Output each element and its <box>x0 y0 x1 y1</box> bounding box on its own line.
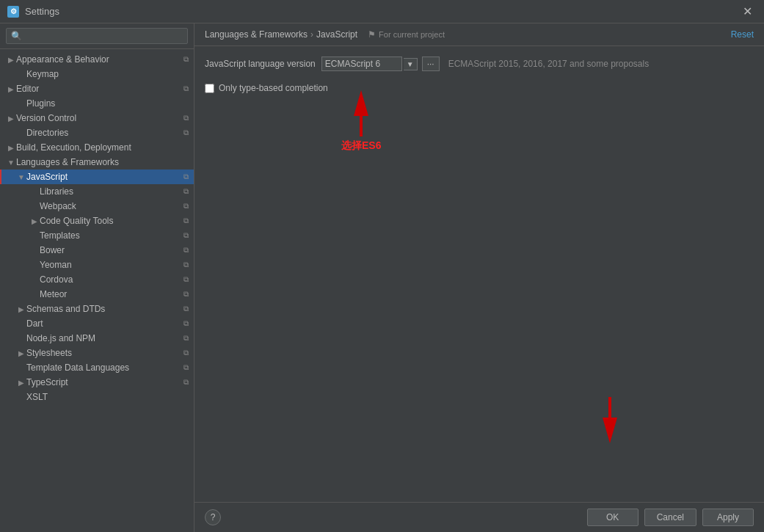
copy-icon: ⧉ <box>179 275 192 284</box>
window-title: Settings <box>25 6 59 17</box>
expand-arrow: ▶ <box>6 114 16 123</box>
sidebar-item-dart[interactable]: Dart ⧉ <box>0 316 194 331</box>
cancel-button[interactable]: Cancel <box>644 509 696 526</box>
reset-link[interactable]: Reset <box>731 29 754 40</box>
sidebar-item-yeoman[interactable]: Yeoman ⧉ <box>0 258 194 272</box>
sidebar-item-label: Libraries <box>40 186 179 197</box>
sidebar-item-libraries[interactable]: Libraries ⧉ <box>0 184 194 199</box>
sidebar-item-label: Version Control <box>16 113 179 123</box>
expand-arrow: ▼ <box>16 173 26 181</box>
type-completion-checkbox[interactable] <box>205 84 214 93</box>
sidebar-item-label: Build, Execution, Deployment <box>16 142 194 153</box>
ok-button[interactable]: OK <box>587 509 639 526</box>
sidebar: ▶ Appearance & Behavior ⧉ Keymap ▶ Edito… <box>0 23 194 532</box>
apply-button[interactable]: Apply <box>702 509 754 526</box>
breadcrumb-part1: Languages & Frameworks <box>205 29 308 40</box>
copy-icon: ⧉ <box>179 319 192 328</box>
type-completion-label[interactable]: Only type-based completion <box>219 83 328 93</box>
sidebar-tree: ▶ Appearance & Behavior ⧉ Keymap ▶ Edito… <box>0 49 194 532</box>
sidebar-item-label: Templates <box>40 230 179 241</box>
copy-icon: ⧉ <box>179 172 192 181</box>
version-description: ECMAScript 2015, 2016, 2017 and some pro… <box>448 59 650 69</box>
copy-icon: ⧉ <box>179 363 192 372</box>
sidebar-item-label: Directories <box>26 128 179 138</box>
sidebar-item-bower[interactable]: Bower ⧉ <box>0 243 194 258</box>
sidebar-item-label: TypeScript <box>26 377 179 387</box>
search-input[interactable] <box>6 28 188 44</box>
expand-arrow: ▶ <box>6 144 16 152</box>
sidebar-item-code-quality-tools[interactable]: ▶ Code Quality Tools ⧉ <box>0 214 194 228</box>
copy-icon: ⧉ <box>179 334 192 343</box>
version-label: JavaScript language version <box>205 59 316 69</box>
copy-icon: ⧉ <box>179 84 192 93</box>
copy-icon: ⧉ <box>179 378 192 387</box>
sidebar-item-editor[interactable]: ▶ Editor ⧉ <box>0 81 194 96</box>
version-row: JavaScript language version ECMAScript 6… <box>205 57 754 71</box>
sidebar-item-schemas-dtds[interactable]: ▶ Schemas and DTDs ⧉ <box>0 302 194 316</box>
sidebar-item-javascript[interactable]: ▼ JavaScript ⧉ <box>0 170 194 184</box>
sidebar-item-stylesheets[interactable]: ▶ Stylesheets ⧉ <box>0 346 194 360</box>
sidebar-item-label: Webpack <box>40 201 179 211</box>
title-bar: ⚙ Settings ✕ <box>0 0 764 23</box>
close-button[interactable]: ✕ <box>738 3 757 20</box>
arrow-down-head <box>603 418 617 443</box>
search-box <box>0 23 194 49</box>
sidebar-item-build[interactable]: ▶ Build, Execution, Deployment <box>0 140 194 155</box>
sidebar-item-label: Node.js and NPM <box>26 333 179 343</box>
sidebar-item-keymap[interactable]: Keymap <box>0 67 194 81</box>
copy-icon: ⧉ <box>179 202 192 211</box>
expand-arrow: ▼ <box>6 158 16 167</box>
content-body: JavaScript language version ECMAScript 6… <box>194 46 764 502</box>
sidebar-item-meteor[interactable]: Meteor ⧉ <box>0 287 194 302</box>
sidebar-item-xslt[interactable]: XSLT <box>0 390 194 404</box>
breadcrumb: Languages & Frameworks › JavaScript ⚑ Fo… <box>205 29 445 40</box>
sidebar-item-typescript[interactable]: ▶ TypeScript ⧉ <box>0 375 194 390</box>
sidebar-item-label: XSLT <box>26 392 194 402</box>
sidebar-item-languages[interactable]: ▼ Languages & Frameworks <box>0 155 194 170</box>
content-area: Languages & Frameworks › JavaScript ⚑ Fo… <box>194 23 764 532</box>
settings-copy-icon: ⧉ <box>179 55 192 64</box>
version-dots-button[interactable]: ··· <box>422 57 440 71</box>
sidebar-item-appearance[interactable]: ▶ Appearance & Behavior ⧉ <box>0 52 194 67</box>
sidebar-item-label: Keymap <box>26 69 194 79</box>
annotation-up: 选择ES6 <box>341 90 381 153</box>
version-select-wrap: ECMAScript 6 ECMAScript 5 ECMAScript 5.1… <box>321 57 440 71</box>
sidebar-item-nodejs-npm[interactable]: Node.js and NPM ⧉ <box>0 331 194 346</box>
sidebar-item-templates[interactable]: Templates ⧉ <box>0 228 194 243</box>
sidebar-item-plugins[interactable]: Plugins <box>0 96 194 111</box>
copy-icon: ⧉ <box>179 216 192 225</box>
sidebar-item-label: Code Quality Tools <box>40 216 179 226</box>
sidebar-item-template-data[interactable]: Template Data Languages ⧉ <box>0 360 194 375</box>
version-select[interactable]: ECMAScript 6 ECMAScript 5 ECMAScript 5.1 <box>321 57 402 71</box>
expand-arrow: ▶ <box>16 305 26 313</box>
annotation-down <box>603 397 617 443</box>
copy-icon: ⧉ <box>179 260 192 269</box>
annotation-text: 选择ES6 <box>341 139 381 153</box>
sidebar-item-label: Schemas and DTDs <box>26 304 179 314</box>
project-scope-icon: ⚑ <box>368 29 376 40</box>
arrow-up-shaft <box>360 116 363 136</box>
expand-arrow: ▶ <box>6 85 16 93</box>
version-dropdown-button[interactable]: ▼ <box>404 58 418 70</box>
settings-icon: ⚙ <box>7 6 19 18</box>
title-bar-left: ⚙ Settings <box>7 6 59 18</box>
footer: ? OK Cancel Apply <box>194 502 764 532</box>
sidebar-item-webpack[interactable]: Webpack ⧉ <box>0 199 194 214</box>
copy-icon: ⧉ <box>179 128 192 137</box>
checkbox-row: Only type-based completion <box>205 83 754 93</box>
copy-icon: ⧉ <box>179 114 192 123</box>
sidebar-item-directories[interactable]: Directories ⧉ <box>0 125 194 140</box>
sidebar-item-label: Plugins <box>26 98 194 109</box>
sidebar-item-label: Bower <box>40 245 179 255</box>
arrow-up-head <box>354 90 368 116</box>
sidebar-item-label: Template Data Languages <box>26 362 179 373</box>
sidebar-item-label: Languages & Frameworks <box>16 157 194 167</box>
help-button[interactable]: ? <box>205 509 221 525</box>
copy-icon: ⧉ <box>179 231 192 240</box>
breadcrumb-part2: JavaScript <box>316 29 357 40</box>
copy-icon: ⧉ <box>179 187 192 196</box>
sidebar-item-cordova[interactable]: Cordova ⧉ <box>0 272 194 287</box>
arrow-down-shaft <box>608 397 611 418</box>
sidebar-item-label: Dart <box>26 318 179 329</box>
sidebar-item-version-control[interactable]: ▶ Version Control ⧉ <box>0 111 194 125</box>
